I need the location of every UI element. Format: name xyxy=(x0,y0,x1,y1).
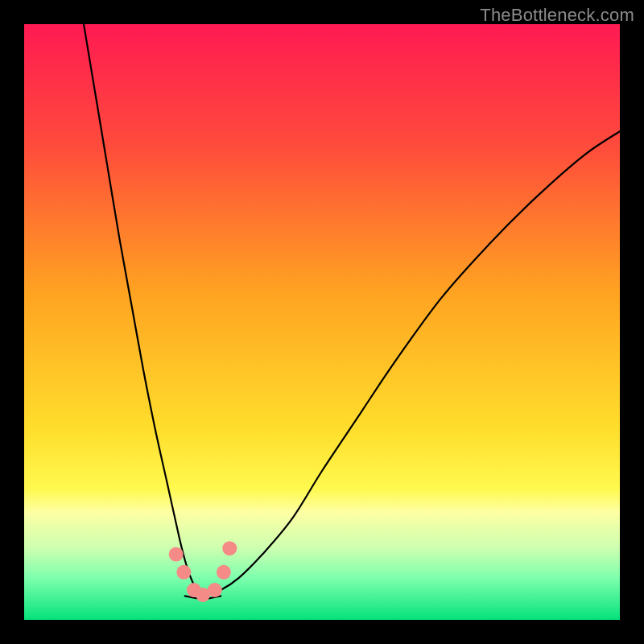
trough-marker xyxy=(169,547,184,562)
gradient-background xyxy=(24,24,620,620)
trough-marker xyxy=(176,565,191,580)
watermark-text: TheBottleneck.com xyxy=(480,5,634,26)
chart-frame: TheBottleneck.com xyxy=(0,0,644,644)
trough-marker xyxy=(217,565,231,580)
trough-marker xyxy=(208,583,222,597)
plot-area xyxy=(24,24,620,620)
plot-svg xyxy=(24,24,620,620)
trough-marker xyxy=(222,541,237,555)
